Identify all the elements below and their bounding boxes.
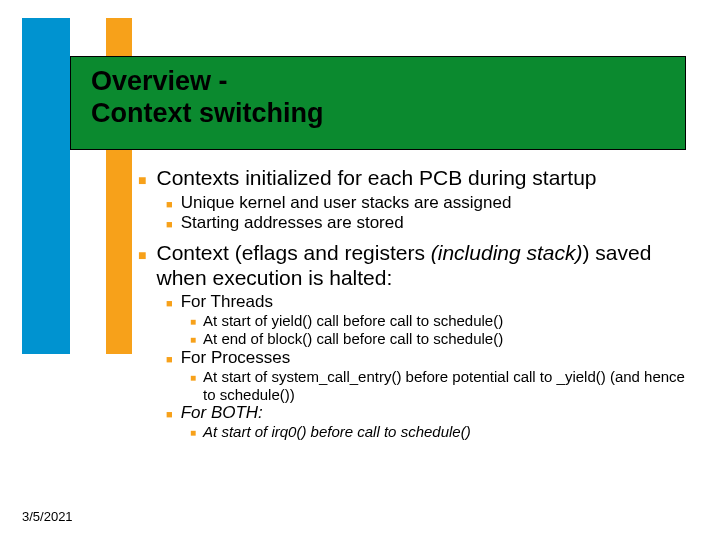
bullet-icon: ■ bbox=[138, 172, 146, 188]
bullet-text: Unique kernel and user stacks are assign… bbox=[181, 193, 512, 213]
bullet-text: At start of yield() call before call to … bbox=[203, 312, 503, 330]
bullet-l1: ■ Unique kernel and user stacks are assi… bbox=[166, 193, 698, 213]
text-span: Context (eflags and registers bbox=[156, 241, 430, 264]
bullet-l2: ■ At start of irq0() before call to sche… bbox=[190, 423, 698, 441]
bullet-icon: ■ bbox=[138, 247, 146, 263]
text-span-italic: (including stack) bbox=[431, 241, 583, 264]
slide-title: Overview - Context switching bbox=[91, 65, 671, 130]
bullet-text-italic: For BOTH: bbox=[181, 403, 263, 423]
decor-blue-bar bbox=[22, 18, 70, 354]
bullet-text: Context (eflags and registers (including… bbox=[156, 241, 698, 291]
title-line-2: Context switching bbox=[91, 98, 324, 128]
bullet-l1: ■ Starting addresses are stored bbox=[166, 213, 698, 233]
bullet-icon: ■ bbox=[190, 427, 196, 438]
bullet-icon: ■ bbox=[166, 297, 173, 309]
bullet-icon: ■ bbox=[166, 408, 173, 420]
slide-date: 3/5/2021 bbox=[22, 509, 73, 524]
slide: Overview - Context switching ■ Contexts … bbox=[0, 0, 720, 540]
bullet-l2: ■ At start of yield() call before call t… bbox=[190, 312, 698, 330]
bullet-icon: ■ bbox=[190, 334, 196, 345]
bullet-l2: ■ At start of system_call_entry() before… bbox=[190, 368, 698, 403]
bullet-l1: ■ For Processes bbox=[166, 348, 698, 368]
title-box: Overview - Context switching bbox=[70, 56, 686, 150]
bullet-icon: ■ bbox=[190, 316, 196, 327]
bullet-text: At start of system_call_entry() before p… bbox=[203, 368, 698, 403]
bullet-text: For Processes bbox=[181, 348, 291, 368]
bullet-icon: ■ bbox=[190, 372, 196, 383]
bullet-icon: ■ bbox=[166, 353, 173, 365]
bullet-text: At end of block() call before call to sc… bbox=[203, 330, 503, 348]
bullet-text: Starting addresses are stored bbox=[181, 213, 404, 233]
bullet-l0: ■ Context (eflags and registers (includi… bbox=[138, 241, 698, 441]
bullet-l1: ■ For BOTH: bbox=[166, 403, 698, 423]
bullet-l2: ■ At end of block() call before call to … bbox=[190, 330, 698, 348]
bullet-text: Contexts initialized for each PCB during… bbox=[156, 166, 596, 191]
bullet-l0: ■ Contexts initialized for each PCB duri… bbox=[138, 166, 698, 233]
bullet-icon: ■ bbox=[166, 198, 173, 210]
bullet-text-italic: At start of irq0() before call to schedu… bbox=[203, 423, 471, 441]
title-line-1: Overview - bbox=[91, 66, 228, 96]
content-area: ■ Contexts initialized for each PCB duri… bbox=[138, 166, 698, 443]
bullet-icon: ■ bbox=[166, 218, 173, 230]
bullet-l1: ■ For Threads bbox=[166, 292, 698, 312]
bullet-text: For Threads bbox=[181, 292, 273, 312]
